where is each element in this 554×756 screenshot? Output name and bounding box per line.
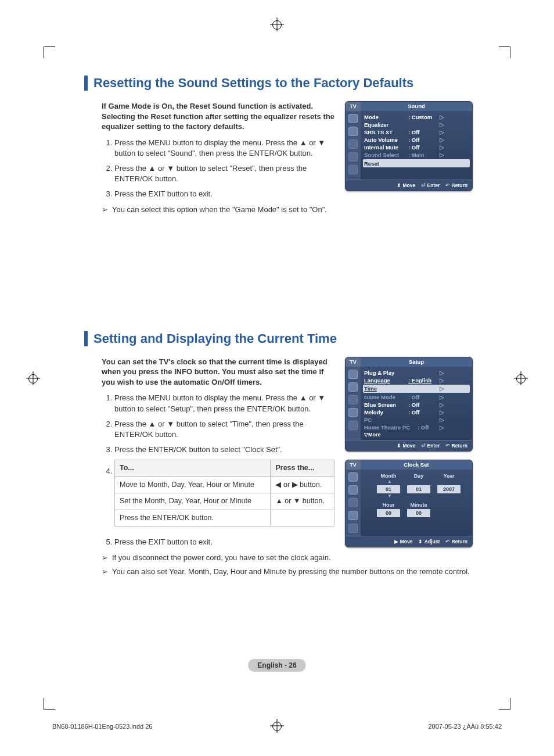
osd-setup-footer: ⬍ Move ⏎ Enter ↶ Return (346, 440, 472, 451)
section1-intro: If Game Mode is On, the Reset Sound func… (102, 101, 334, 132)
section1-note: ➢You can select this option when the "Ga… (102, 205, 334, 215)
section2-step-4: To... Press the... Move to Month, Day, Y… (114, 460, 334, 526)
triangle-right-icon: ▷ (440, 370, 444, 376)
osd-row-pc: PC▷ (364, 416, 469, 424)
instruction-table: To... Press the... Move to Month, Day, Y… (114, 460, 334, 526)
clock-val-minute: 00 (407, 509, 430, 517)
input-icon (348, 165, 358, 174)
osd-clock-sidebar (346, 470, 361, 536)
clock-label-minute: Minute (407, 502, 430, 508)
osd-row-plugplay: Plug & Play▷ (364, 369, 469, 377)
osd-sound: TV Sound Mode: Custom▷ E (345, 101, 473, 191)
triangle-right-icon: ▷ (440, 424, 444, 431)
osd-setup-sidebar (346, 367, 361, 440)
osd-move-hint: ⬍ Move (397, 182, 415, 188)
osd-sound-sidebar (346, 111, 361, 180)
osd-sound-title: Sound (361, 102, 472, 111)
section2-title: Setting and Displaying the Current Time (84, 331, 473, 346)
triangle-right-icon: ▷ (440, 417, 444, 423)
triangle-right-icon: ▷ (440, 402, 444, 408)
section2-step-5: Press the EXIT button to exit. (114, 537, 334, 547)
osd-move-hint: ▶ Move (394, 539, 412, 544)
osd-row-srs: SRS TS XT: Off▷ (364, 128, 469, 136)
osd-setup-tv: TV (346, 357, 361, 367)
section2-steps: Press the MENU button to display the men… (102, 393, 334, 526)
osd-row-time: Time▷ (363, 385, 470, 393)
osd-row-autovol: Auto Volume: Off▷ (364, 136, 469, 144)
triangle-right-icon: ▷ (440, 394, 444, 400)
print-footer-left: BN68-01186H-01Eng-0523.indd 26 (52, 723, 152, 730)
triangle-right-icon: ▷ (440, 152, 444, 158)
osd-row-language: Language: English▷ (364, 377, 469, 384)
osd-clock-tv: TV (346, 460, 361, 470)
osd-enter-hint: ⏎ Enter (421, 443, 440, 449)
osd-setup-title: Setup (361, 357, 472, 367)
input-icon (348, 524, 358, 533)
page-number-pill: English - 26 (248, 659, 305, 672)
table-cell: Press the ENTER/OK button. (115, 510, 271, 526)
osd-row-more: ▽More (364, 431, 469, 439)
clock-label-month: Month (377, 473, 400, 479)
osd-row-bluescreen: Blue Screen: Off▷ (364, 401, 469, 409)
table-cell: ◀ or ▶ button. (271, 476, 334, 493)
osd-row-intmute: Internal Mute: Off▷ (364, 144, 469, 151)
triangle-right-icon: ▷ (440, 409, 444, 415)
clock-val-month: 01 (377, 485, 400, 493)
osd-return-hint: ↶ Return (445, 182, 467, 188)
osd-enter-hint: ⏎ Enter (421, 182, 440, 188)
osd-sound-footer: ⬍ Move ⏎ Enter ↶ Return (346, 180, 472, 191)
sound-icon (348, 382, 358, 392)
clock-label-year: Year (437, 473, 461, 479)
section1-note-text: You can select this option when the "Gam… (112, 205, 327, 214)
sound-icon (348, 485, 358, 495)
print-footer-right: 2007-05-23 ¿ÀÀü 8:55:42 (428, 723, 502, 730)
section1-steps: Press the MENU button to display the men… (102, 138, 334, 200)
osd-row-melody: Melody: Off▷ (364, 409, 469, 416)
triangle-right-icon: ▷ (440, 385, 444, 392)
table-cell (271, 510, 334, 526)
table-head-press: Press the... (271, 460, 334, 477)
osd-clock-footer: ▶ Move ⬍ Adjust ↶ Return (346, 536, 472, 547)
table-cell: Set the Month, Day, Year, Hour or Minute (115, 493, 271, 510)
triangle-right-icon: ▷ (440, 377, 444, 384)
arrow-up-icon: ▲ (387, 479, 467, 484)
setup-icon (348, 152, 358, 162)
osd-clockset: TV Clock Set (345, 460, 473, 547)
triangle-right-icon: ▷ (440, 129, 444, 135)
input-icon (348, 421, 358, 430)
osd-sound-tv: TV (346, 102, 361, 111)
clock-val-hour: 00 (377, 509, 400, 517)
clock-label-hour: Hour (377, 502, 400, 508)
arrow-down-icon: ▼ (387, 493, 467, 499)
osd-row-hometheatre: Home Theatre PC: Off▷ (364, 424, 469, 431)
section1-step-2: Press the ▲ or ▼ button to select "Reset… (114, 163, 334, 184)
picture-icon (348, 370, 358, 379)
table-cell: Move to Month, Day, Year, Hour or Minute (115, 476, 271, 493)
picture-icon (348, 472, 358, 482)
table-head-to: To... (115, 460, 271, 477)
section1-step-1: Press the MENU button to display the men… (114, 138, 334, 159)
sound-icon (348, 127, 358, 136)
osd-row-soundselect: Sound Select: Main▷ (364, 151, 469, 159)
setup-icon (348, 408, 358, 417)
clock-label-day: Day (407, 473, 430, 479)
setup-icon (348, 511, 358, 520)
channel-icon (348, 498, 358, 507)
osd-clock-title: Clock Set (361, 460, 472, 470)
section2-note-1-text: If you disconnect the power cord, you ha… (112, 553, 331, 562)
osd-move-hint: ⬍ Move (397, 443, 415, 449)
triangle-right-icon: ▷ (440, 114, 444, 120)
osd-return-hint: ↶ Return (445, 539, 467, 544)
osd-row-mode: Mode: Custom▷ (364, 113, 469, 121)
osd-setup: TV Setup Plug (345, 357, 473, 452)
section2-steps-cont: Press the EXIT button to exit. (102, 537, 334, 547)
osd-row-equalizer: Equalizer▷ (364, 121, 469, 128)
osd-row-gamemode: Game Mode: Off▷ (364, 393, 469, 401)
section2-note-1: ➢If you disconnect the power cord, you h… (102, 553, 334, 563)
section2-step-2: Press the ▲ or ▼ button to select "Time"… (114, 419, 334, 440)
osd-adjust-hint: ⬍ Adjust (418, 539, 440, 544)
osd-return-hint: ↶ Return (445, 443, 467, 449)
channel-icon (348, 139, 358, 149)
section2-intro: You can set the TV's clock so that the c… (102, 357, 334, 388)
table-cell: ▲ or ▼ button. (271, 493, 334, 510)
